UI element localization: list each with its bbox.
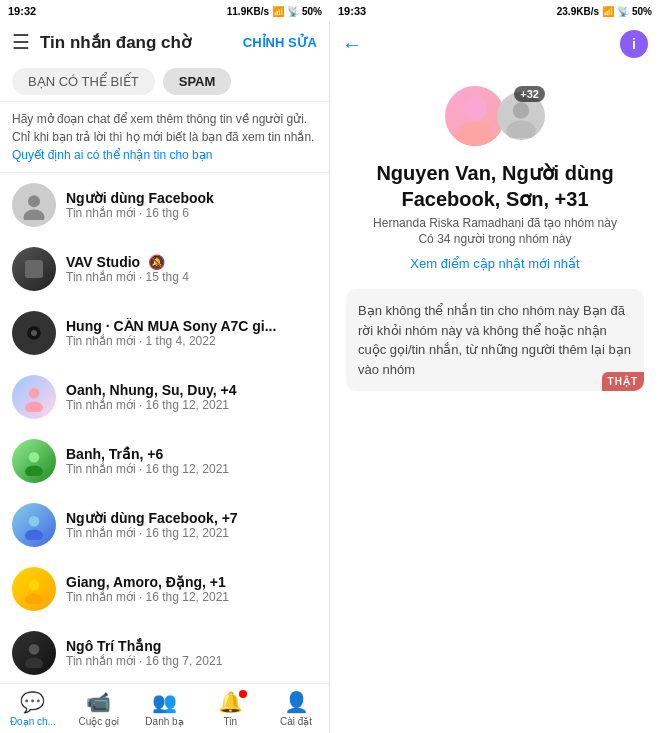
chat-info: Người dùng Facebook, +7 Tin nhắn mới · 1…: [66, 510, 317, 540]
time-left: 19:32: [8, 5, 36, 17]
back-arrow-icon[interactable]: ←: [342, 33, 362, 56]
nav-item-chat[interactable]: 💬 Đoạn ch...: [0, 690, 66, 727]
chat-item[interactable]: Oanh, Nhung, Su, Duy, +4 Tin nhắn mới · …: [0, 365, 329, 429]
chat-info: Oanh, Nhung, Su, Duy, +4 Tin nhắn mới · …: [66, 382, 317, 412]
chat-sub: Tin nhắn mới · 16 thg 12, 2021: [66, 398, 317, 412]
chat-item[interactable]: Banh, Trần, +6 Tin nhắn mới · 16 thg 12,…: [0, 429, 329, 493]
chat-name: Người dùng Facebook: [66, 190, 317, 206]
menu-icon[interactable]: ☰: [12, 30, 30, 54]
chat-name: Giang, Amoro, Đặng, +1: [66, 574, 317, 590]
chat-list: Người dùng Facebook Tin nhắn mới · 16 th…: [0, 173, 329, 683]
chat-sub: Tin nhắn mới · 16 thg 7, 2021: [66, 654, 317, 668]
chat-nav-icon: 💬: [20, 690, 45, 714]
nav-item-people[interactable]: 👥 Danh bạ: [132, 690, 198, 727]
network-speed-left: 11.9KB/s: [227, 6, 269, 17]
svg-point-0: [28, 195, 40, 207]
chat-item[interactable]: VAV Studio 🔕 Tin nhắn mới · 15 thg 4: [0, 237, 329, 301]
svg-point-17: [455, 122, 495, 146]
nav-label-people: Danh bạ: [145, 716, 183, 727]
right-panel: ← i +32 Ng: [330, 22, 660, 733]
chat-item[interactable]: Người dùng Facebook Tin nhắn mới · 16 th…: [0, 173, 329, 237]
chat-info: Giang, Amoro, Đặng, +1 Tin nhắn mới · 16…: [66, 574, 317, 604]
svg-point-16: [463, 96, 487, 120]
description-text: Hãy mở đoạn chat để xem thêm thông tin v…: [0, 102, 329, 173]
chat-name: Oanh, Nhung, Su, Duy, +4: [66, 382, 317, 398]
svg-point-5: [31, 330, 37, 336]
signal-icon-left: 📶: [272, 6, 284, 17]
avatar: [12, 183, 56, 227]
left-panel-title: Tin nhắn đang chờ: [40, 32, 243, 53]
svg-point-1: [24, 210, 45, 221]
people-nav-icon: 👥: [152, 690, 177, 714]
chat-item[interactable]: Người dùng Facebook, +7 Tin nhắn mới · 1…: [0, 493, 329, 557]
svg-point-10: [29, 516, 40, 527]
svg-point-12: [29, 580, 40, 591]
nav-item-settings[interactable]: 👤 Cài đặt: [263, 690, 329, 727]
bottom-nav: 💬 Đoạn ch... 📹 Cuộc gọi 👥 Danh bạ 🔔 Tin …: [0, 683, 329, 733]
message-text: Bạn không thể nhắn tin cho nhóm này Bạn …: [358, 303, 631, 377]
chat-sub: Tin nhắn mới · 15 thg 4: [66, 270, 317, 284]
right-content: +32 Nguyen Van, Người dùng Facebook, Sơn…: [330, 66, 660, 733]
svg-point-11: [25, 530, 43, 541]
desc-main: Hãy mở đoạn chat để xem thêm thông tin v…: [12, 112, 314, 144]
chat-name: Người dùng Facebook, +7: [66, 510, 317, 526]
main-split: ☰ Tin nhắn đang chờ CHỈNH SỬA BẠN CÓ THỂ…: [0, 22, 660, 733]
right-header: ← i: [330, 22, 660, 66]
chat-info: Ngô Trí Thắng Tin nhắn mới · 16 thg 7, 2…: [66, 638, 317, 668]
svg-point-19: [506, 121, 535, 138]
chat-item[interactable]: Hung · CẦN MUA Sony A7C gi... Tin nhắn m…: [0, 301, 329, 365]
settings-nav-icon: 👤: [284, 690, 309, 714]
nav-label-settings: Cài đặt: [280, 716, 312, 727]
chat-item[interactable]: Ngô Trí Thắng Tin nhắn mới · 16 thg 7, 2…: [0, 621, 329, 683]
wifi-icon-left: 📡: [287, 6, 299, 17]
edit-button[interactable]: CHỈNH SỬA: [243, 35, 317, 50]
status-icons-right: 23.9KB/s 📶 📡 50%: [557, 6, 652, 17]
svg-point-7: [25, 402, 43, 413]
view-updates-link[interactable]: Xem điểm cập nhật mới nhất: [410, 256, 579, 271]
chat-info: VAV Studio 🔕 Tin nhắn mới · 15 thg 4: [66, 254, 317, 284]
battery-right: 50%: [632, 6, 652, 17]
group-count: Có 34 người trong nhóm này: [418, 232, 571, 246]
avatar: [12, 631, 56, 675]
group-avatar-primary: [445, 86, 505, 146]
video-nav-icon: 📹: [86, 690, 111, 714]
nav-item-video[interactable]: 📹 Cuộc gọi: [66, 690, 132, 727]
battery-left: 50%: [302, 6, 322, 17]
svg-point-13: [25, 594, 43, 605]
nav-label-chat: Đoạn ch...: [10, 716, 56, 727]
svg-rect-2: [25, 260, 43, 278]
chat-info: Hung · CẦN MUA Sony A7C gi... Tin nhắn m…: [66, 318, 317, 348]
chat-sub: Tin nhắn mới · 16 thg 6: [66, 206, 317, 220]
chat-sub: Tin nhắn mới · 16 thg 12, 2021: [66, 590, 317, 604]
avatar: [12, 439, 56, 483]
wifi-icon-right: 📡: [617, 6, 629, 17]
avatar: [12, 567, 56, 611]
avatar: [12, 247, 56, 291]
signal-icon-right: 📶: [602, 6, 614, 17]
chat-info: Người dùng Facebook Tin nhắn mới · 16 th…: [66, 190, 317, 220]
desc-link[interactable]: Quyết định ai có thể nhận tin cho bạn: [12, 148, 212, 162]
chat-sub: Tin nhắn mới · 1 thg 4, 2022: [66, 334, 317, 348]
info-button[interactable]: i: [620, 30, 648, 58]
chat-sub: Tin nhắn mới · 16 thg 12, 2021: [66, 526, 317, 540]
chat-item[interactable]: Giang, Amoro, Đặng, +1 Tin nhắn mới · 16…: [0, 557, 329, 621]
group-name: Nguyen Van, Người dùng Facebook, Sơn, +3…: [346, 160, 644, 212]
status-bar-right: 19:33 23.9KB/s 📶 📡 50%: [330, 0, 660, 22]
left-panel: ☰ Tin nhắn đang chờ CHỈNH SỬA BẠN CÓ THỂ…: [0, 22, 330, 733]
status-bar-left: 19:32 11.9KB/s 📶 📡 50%: [0, 0, 330, 22]
group-plus-badge: +32: [514, 86, 545, 102]
tab-know[interactable]: BẠN CÓ THỂ BIẾT: [12, 68, 155, 95]
chat-name: Ngô Trí Thắng: [66, 638, 317, 654]
nav-label-video: Cuộc gọi: [79, 716, 119, 727]
nav-item-notification[interactable]: 🔔 Tin: [197, 690, 263, 727]
svg-point-6: [29, 388, 40, 399]
chat-name: Banh, Trần, +6: [66, 446, 317, 462]
tabs-row: BẠN CÓ THỂ BIẾT SPAM: [0, 62, 329, 102]
right-message-box: Bạn không thể nhắn tin cho nhóm này Bạn …: [346, 289, 644, 391]
notification-nav-icon: 🔔: [218, 690, 243, 714]
tab-spam[interactable]: SPAM: [163, 68, 232, 95]
status-icons-left: 11.9KB/s 📶 📡 50%: [227, 6, 322, 17]
group-creator: Hernanda Riska Ramadhani đã tạo nhóm này: [373, 216, 617, 230]
network-speed-right: 23.9KB/s: [557, 6, 599, 17]
time-right: 19:33: [338, 5, 366, 17]
